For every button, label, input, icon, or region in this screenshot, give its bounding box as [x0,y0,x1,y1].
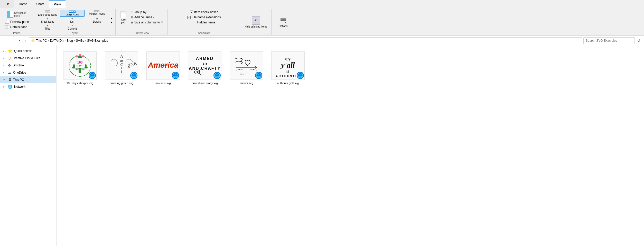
content-button[interactable]: ≡ Content [60,24,85,31]
small-icons-button[interactable]: ⊞ Small icons [35,17,60,24]
hidden-items-label: Hidden items [197,21,215,24]
hide-selected-label: Hide selected items [245,25,267,28]
extra-large-label: Extra large icons [38,13,57,16]
group-by-button[interactable]: ≡ Group by ▾ [129,10,165,14]
dropbox-arrow: › [3,64,6,67]
sidebar-item-quick-access[interactable]: › ⭐ Quick access [0,47,56,55]
item-check-boxes-label: Item check boxes [194,10,218,14]
details-pane-label: Details pane [10,25,27,29]
tab-share[interactable]: Share [32,0,49,8]
creative-cloud-icon: ⬡ [8,56,11,60]
list-button[interactable]: ☰ List [60,17,85,24]
content-area: 100 DAYS SHARPER 100 [57,45,644,246]
sidebar-item-creative-cloud[interactable]: › ⬡ Creative Cloud Files [0,55,56,62]
creative-cloud-arrow: › [3,57,6,60]
svg-text:DAYS: DAYS [77,65,83,67]
address-path[interactable]: 📁 This PC › DATA (D:) › Blog › SVGs › SV… [29,37,582,44]
sidebar-item-network[interactable]: › 🌐 Network [0,83,56,90]
preview-pane-button[interactable]: Preview pane [3,20,31,24]
edge-badge-arrows [255,72,262,79]
svg-text:America: America [148,61,178,69]
path-blog[interactable]: Blog [67,39,73,42]
size-all-label: Size all columns to fit [134,21,163,24]
hidden-items-toggle[interactable]: Hidden items [191,20,217,25]
file-item-authentic-yall[interactable]: MY y'all IS AUTHENTIC authentic yall.svg [269,49,307,87]
sidebar-item-onedrive[interactable]: › ☁ OneDrive [0,69,56,76]
options-label: Options [279,25,287,28]
add-columns-button[interactable]: ⊞ Add columns ▾ [129,15,165,20]
folder-icon: 📁 [31,39,35,42]
content-label: Content [68,27,77,30]
hidden-items-checkbox [193,21,196,24]
onedrive-arrow: › [3,71,6,74]
onedrive-icon: ☁ [8,70,12,75]
edge-badge-america [172,72,179,79]
file-name-extensions-toggle[interactable]: File name extensions [186,15,222,20]
navigation-pane-button[interactable]: Navigation pane ▾ [5,10,28,19]
hide-selected-button[interactable]: 👁 Hide selected items [243,15,269,29]
tab-home[interactable]: Home [14,0,32,8]
layout-scroll-down[interactable]: ▼ [110,21,113,24]
svg-point-2 [82,55,84,57]
edge-badge-authentic-yall [297,72,304,79]
file-item-america[interactable]: America america.svg [144,49,182,87]
file-item-100days[interactable]: 100 DAYS SHARPER 100 [61,49,99,87]
sort-by-label: Sortby ▾ [121,19,126,24]
network-icon: 🌐 [8,84,13,89]
details-label: Details [93,20,101,23]
quick-access-label: Quick access [14,49,32,53]
svg-text:IS: IS [286,70,290,74]
preview-pane-label: Preview pane [10,20,29,24]
file-thumb-authentic-yall: MY y'all IS AUTHENTIC [271,51,305,80]
sort-by-button[interactable]: ↕ Sortby ▾ [118,10,128,25]
large-icons-button[interactable]: Large icons [60,10,85,17]
address-bar: ← → ▾ ↑ 📁 This PC › DATA (D:) › Blog › S… [0,36,644,45]
recent-button[interactable]: ▾ [17,38,22,43]
svg-text:AUTHENTIC: AUTHENTIC [276,75,300,78]
sidebar-item-this-pc[interactable]: ∨ 🖥 This PC [0,76,56,83]
item-check-boxes-toggle[interactable]: Item check boxes [188,10,220,14]
file-name-100days: 100 days sharper.svg [67,81,94,85]
file-item-amazing-grace[interactable]: A m a z i n grace [102,49,141,87]
refresh-button[interactable]: ↺ [636,38,642,44]
this-pc-icon: 🖥 [8,77,12,82]
show-hide-label: Show/hide [198,31,210,34]
network-arrow: › [3,85,6,88]
file-name-arrows: arrows.svg [239,81,253,85]
ribbon-group-panes: Navigation pane ▾ Preview pane Detai [1,9,33,35]
options-button[interactable]: ▾ Options [274,16,292,29]
file-name-america: america.svg [155,81,171,85]
this-pc-arrow: ∨ [3,78,6,81]
details-button[interactable]: ⊟ Details [85,17,109,24]
medium-icons-label: Medium icons [89,12,105,15]
up-button[interactable]: ↑ [23,38,28,44]
ribbon-group-options: ▾ Options [272,9,294,35]
forward-button[interactable]: → [10,38,16,44]
path-svgs[interactable]: SVGs [76,39,84,42]
sidebar-item-dropbox[interactable]: › ❖ Dropbox [0,62,56,69]
svg-text:TO: TO [203,62,207,66]
path-svg-examples[interactable]: SVG Examples [87,39,108,42]
back-button[interactable]: ← [2,38,9,44]
svg-text:z: z [120,66,122,70]
file-item-arrows[interactable]: ~ love ~ arrows.svg [227,49,266,87]
search-input[interactable] [583,37,635,44]
tab-view[interactable]: View [49,0,65,8]
ribbon-group-layout: Extra large icons Large icons [33,9,116,35]
dropbox-label: Dropbox [13,64,24,67]
layout-scroll-up[interactable]: ▲ [110,17,113,20]
medium-icons-button[interactable]: Medium icons [85,10,109,17]
file-name-authentic-yall: authentic yall.svg [277,81,299,85]
nav-pane-label: Navigation [14,12,26,14]
path-data-d[interactable]: DATA (D:) [50,39,64,42]
size-all-button[interactable]: ⊟ Size all columns to fit [129,20,165,25]
extra-large-icons-button[interactable]: Extra large icons [35,10,60,17]
svg-text:ARMED: ARMED [196,56,214,61]
path-this-pc[interactable]: This PC [36,39,47,42]
edge-badge-100days [89,72,96,79]
details-pane-button[interactable]: Details pane [3,25,31,29]
sidebar: › ⭐ Quick access › ⬡ Creative Cloud File… [0,45,57,246]
tiles-button[interactable]: ⊞ Tiles [35,24,60,31]
file-item-armed-crafty[interactable]: ARMED TO AND CRAFTY armed and crafty.svg [185,49,224,87]
tab-file[interactable]: File [0,0,14,8]
